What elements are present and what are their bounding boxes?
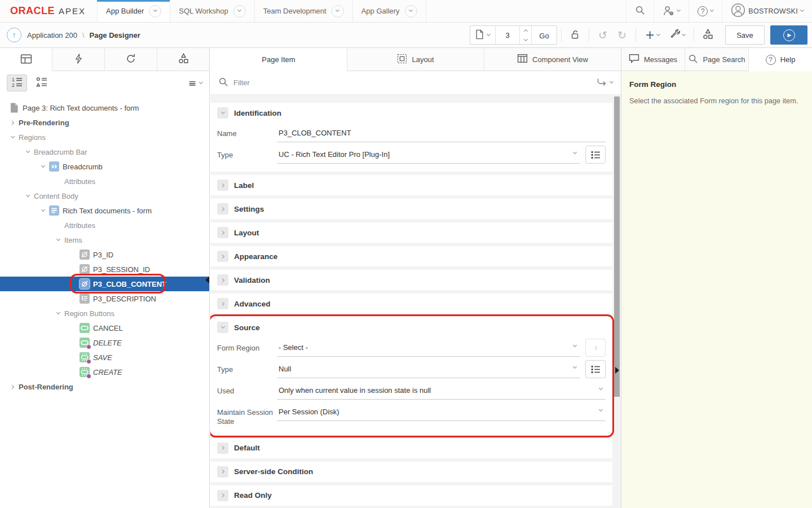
tree-item-pre-rendering[interactable]: Pre-Rendering (0, 115, 209, 130)
type-select[interactable]: UC - Rich Text Editor Pro [Plug-In] (277, 146, 580, 164)
tree-item-p3-clob-content[interactable]: P3_CLOB_CONTENT (0, 277, 209, 291)
chevron-down-icon[interactable] (9, 137, 16, 138)
form-region-select[interactable]: - Select - (277, 339, 580, 357)
administration-button[interactable] (654, 0, 689, 22)
section-header-layout[interactable]: Layout (210, 222, 612, 243)
list-of-values-button[interactable] (585, 360, 606, 378)
lock-page-button[interactable] (566, 25, 585, 45)
chevron-down-icon[interactable] (332, 5, 344, 17)
center-scrollbar-thumb[interactable] (614, 97, 620, 397)
chevron-right-icon[interactable] (217, 443, 228, 454)
section-header-settings[interactable]: Settings (210, 199, 612, 219)
shared-components-button[interactable] (698, 25, 717, 45)
stepper-down-button[interactable] (520, 35, 531, 44)
tab-messages[interactable]: Messages (621, 48, 685, 71)
used-select[interactable]: Only when current value in session state… (277, 382, 606, 400)
type-select[interactable]: Null (277, 360, 580, 378)
nav-tab-team-development[interactable]: Team Development (255, 0, 353, 22)
tab-rendering[interactable] (0, 48, 52, 71)
undo-button[interactable]: ↺ (593, 25, 612, 45)
tree-item-items[interactable]: Items (0, 233, 209, 247)
go-to-region-button[interactable] (585, 339, 606, 357)
section-header-appearance[interactable]: Appearance (210, 246, 612, 266)
maintain-session-state-select[interactable]: Per Session (Disk) (277, 403, 606, 421)
chevron-right-icon[interactable] (217, 490, 228, 501)
chevron-right-icon[interactable] (217, 466, 228, 478)
chevron-right-icon[interactable] (217, 251, 228, 262)
tree-item-cancel[interactable]: CANCEL (0, 321, 209, 335)
nav-tab-app-gallery[interactable]: App Gallery (353, 0, 426, 22)
tree-item-post-rendering[interactable]: Post-Rendering (0, 379, 209, 394)
chevron-down-icon[interactable] (24, 152, 31, 152)
chevron-right-icon[interactable] (9, 121, 16, 124)
chevron-right-icon[interactable] (217, 274, 228, 286)
tree-item-page-3-rich-text-documents-form[interactable]: Page 3: Rich Text documents - form (0, 100, 209, 115)
tree-item-regions[interactable]: Regions (0, 130, 209, 144)
tab-dynamic-actions[interactable] (52, 48, 105, 71)
go-to-group-button[interactable] (596, 77, 613, 89)
go-button[interactable]: Go (532, 26, 557, 45)
chevron-down-icon[interactable] (55, 240, 61, 240)
name-input[interactable]: P3_CLOB_CONTENT (277, 124, 606, 142)
redo-button[interactable]: ↻ (612, 25, 632, 45)
user-menu-button[interactable]: BOSTROWSKI (722, 0, 812, 22)
tab-page-item[interactable]: Page Item (210, 48, 347, 71)
tab-page-shared-components[interactable] (157, 48, 209, 71)
chevron-down-icon[interactable] (55, 313, 61, 314)
tree-item-rich-text-documents-form[interactable]: Rich Text documents - form (0, 203, 209, 218)
chevron-down-icon[interactable] (217, 322, 228, 333)
section-header-read-only[interactable]: Read Only (210, 485, 612, 506)
chevron-down-icon[interactable] (233, 5, 246, 17)
up-level-button[interactable]: ↑ (7, 28, 21, 42)
tree-item-delete[interactable]: DELETE (0, 335, 209, 350)
section-header-validation[interactable]: Validation (210, 270, 612, 290)
tree-item-create[interactable]: CREATE (0, 365, 209, 379)
tab-help[interactable]: ?Help (749, 48, 812, 71)
chevron-right-icon[interactable] (217, 203, 228, 214)
list-of-values-button[interactable] (585, 146, 606, 164)
chevron-right-icon[interactable] (217, 227, 228, 238)
filter-input[interactable] (233, 78, 591, 87)
save-button[interactable]: Save (725, 25, 765, 45)
tab-layout[interactable]: Layout (347, 48, 484, 71)
section-header-server-side-condition[interactable]: Server-side Condition (210, 462, 612, 482)
left-splitter-collapse-handle[interactable] (205, 277, 209, 283)
chevron-right-icon[interactable] (217, 298, 228, 309)
tab-component-view[interactable]: Component View (484, 48, 621, 71)
chevron-down-icon[interactable] (405, 5, 417, 17)
tree-item-p3-id[interactable]: P3_ID (0, 247, 209, 262)
chevron-down-icon[interactable] (149, 5, 161, 17)
tree-item-p3-description[interactable]: P3_DESCRIPTION (0, 291, 209, 306)
tree-item-breadcrumb[interactable]: Breadcrumb (0, 159, 209, 174)
create-menu-button[interactable]: + (640, 25, 665, 45)
nav-tab-sql-workshop[interactable]: SQL Workshop (170, 0, 254, 22)
tree-item-region-buttons[interactable]: Region Buttons (0, 306, 209, 321)
section-header-default[interactable]: Default (210, 438, 612, 458)
nav-tab-app-builder[interactable]: App Builder (97, 0, 170, 22)
tab-page-search[interactable]: Page Search (685, 48, 749, 71)
tree-menu-button[interactable]: ≡ (188, 78, 202, 88)
tree-item-content-body[interactable]: Content Body (0, 189, 209, 203)
tree-item-breadcrumb-bar[interactable]: Breadcrumb Bar (0, 144, 209, 159)
chevron-down-icon[interactable] (24, 196, 31, 196)
tree-item-attributes[interactable]: Attributes (0, 174, 209, 189)
section-header-source[interactable]: Source (210, 317, 612, 338)
tree-item-p3-session-id[interactable]: P3_SESSION_ID (0, 262, 209, 277)
chevron-right-icon[interactable] (217, 179, 228, 191)
tree-item-save[interactable]: SAVE (0, 350, 209, 365)
page-picker-button[interactable] (470, 26, 496, 44)
global-search-button[interactable] (626, 0, 654, 22)
section-header-advanced[interactable]: Advanced (210, 294, 612, 314)
section-header-label[interactable]: Label (210, 175, 612, 195)
utilities-menu-button[interactable] (665, 25, 690, 45)
breadcrumb-application[interactable]: Application 200 (27, 31, 77, 40)
order-by-processing-toggle[interactable]: 12 (7, 75, 27, 91)
chevron-right-icon[interactable] (9, 386, 16, 388)
page-number-input[interactable]: 3 (496, 26, 519, 44)
group-by-type-toggle[interactable] (32, 75, 52, 91)
chevron-down-icon[interactable] (217, 107, 228, 119)
tab-processing[interactable] (105, 48, 157, 71)
right-splitter-collapse-handle[interactable] (615, 367, 619, 374)
stepper-up-button[interactable] (520, 26, 531, 35)
help-menu-button[interactable]: ? (689, 0, 722, 22)
